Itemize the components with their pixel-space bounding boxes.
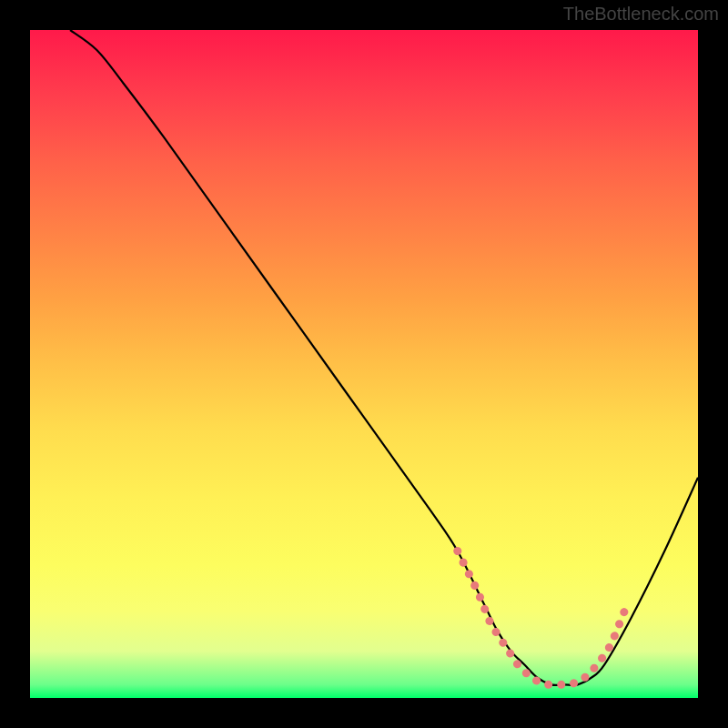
bottleneck-curve (70, 30, 698, 685)
watermark-text: TheBottleneck.com (563, 4, 719, 25)
chart-plot-area (30, 30, 698, 698)
curve-svg (30, 30, 698, 698)
marker-dots (458, 551, 625, 685)
